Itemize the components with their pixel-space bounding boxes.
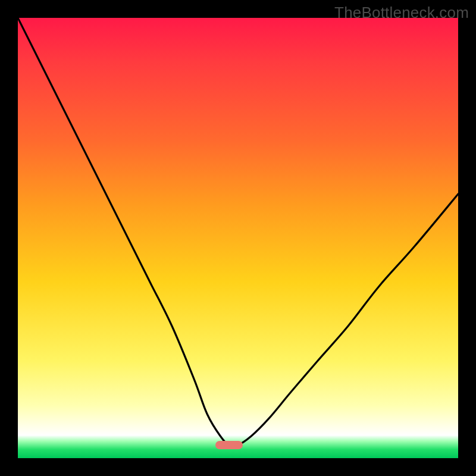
chart-frame: TheBottleneck.com [0, 0, 476, 476]
curve-path [18, 18, 458, 446]
optimal-point-marker [215, 441, 243, 449]
plot-area [18, 18, 458, 458]
watermark-text: TheBottleneck.com [334, 4, 469, 22]
bottleneck-curve [18, 18, 458, 458]
